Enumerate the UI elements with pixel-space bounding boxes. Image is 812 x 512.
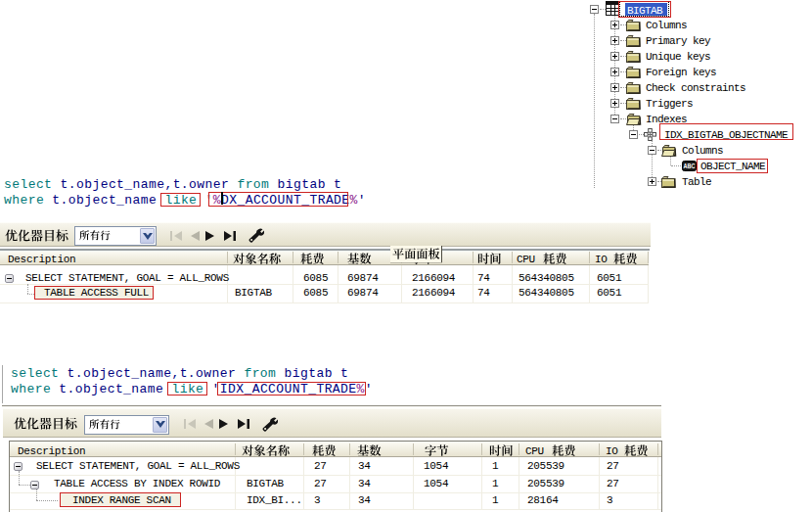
- svg-text:ABC: ABC: [684, 163, 696, 169]
